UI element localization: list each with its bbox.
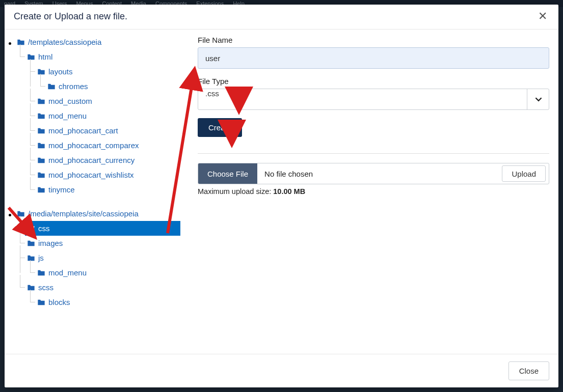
folder-icon <box>27 53 35 61</box>
tree-label: /media/templates/site/cassiopeia <box>28 209 139 218</box>
filetype-label: File Type <box>198 77 549 86</box>
tree-label: mod_menu <box>48 268 87 277</box>
create-button[interactable]: Create <box>198 118 242 137</box>
max-upload-text: Maximum upload size: 10.00 MB <box>198 187 549 195</box>
filetype-select[interactable]: .css <box>198 89 549 110</box>
folder-tree: /templates/cassiopeia html <box>17 35 180 310</box>
folder-icon <box>27 240 35 247</box>
tree-label: /templates/cassiopeia <box>28 38 101 46</box>
tree-item-mod-phocacart-wishlistx[interactable]: mod_phocacart_wishlistx <box>37 167 180 182</box>
tree-item-blocks[interactable]: blocks <box>37 295 180 310</box>
tree-label: js <box>38 254 44 262</box>
tree-label: html <box>38 52 52 61</box>
tree-item-js-mod-menu[interactable]: mod_menu <box>37 265 180 280</box>
tree-item-mod-phocacart-cart[interactable]: mod_phocacart_cart <box>37 123 180 138</box>
folder-icon <box>17 39 25 46</box>
filename-label: File Name <box>198 36 549 44</box>
modal-title: Create or Upload a new file. <box>14 11 127 22</box>
folder-icon <box>37 299 45 306</box>
tree-label: images <box>38 239 63 247</box>
folder-icon <box>17 210 25 217</box>
tree-label: blocks <box>48 298 70 306</box>
tree-label: layouts <box>48 67 73 76</box>
tree-item-mod-phocacart-comparex[interactable]: mod_phocacart_comparex <box>37 138 180 153</box>
tree-item-css[interactable]: css <box>25 221 180 236</box>
modal-footer: Close <box>5 354 558 387</box>
tree-label: chromes <box>59 82 88 91</box>
folder-icon <box>37 127 45 134</box>
tree-item-scss[interactable]: scss <box>27 280 180 295</box>
folder-icon <box>37 113 45 120</box>
tree-label: scss <box>38 283 53 292</box>
create-form-pane: File Name File Type .css Create Choose F… <box>180 30 558 354</box>
folder-icon <box>37 157 45 164</box>
upload-button[interactable]: Upload <box>502 165 546 182</box>
section-divider <box>198 153 549 154</box>
upload-row: Choose File No file chosen Upload <box>198 163 549 184</box>
folder-icon <box>37 172 45 179</box>
folder-icon <box>27 284 35 291</box>
tree-item-chromes[interactable]: chromes <box>47 79 180 94</box>
folder-open-icon <box>27 225 35 232</box>
tree-item-mod-menu[interactable]: mod_menu <box>37 108 180 123</box>
tree-item-templates-cassiopeia[interactable]: /templates/cassiopeia <box>17 35 180 49</box>
folder-icon <box>37 98 45 105</box>
tree-item-images[interactable]: images <box>27 236 180 250</box>
tree-item-media-templates-site-cassiopeia[interactable]: /media/templates/site/cassiopeia <box>17 206 180 221</box>
tree-label: mod_phocacart_comparex <box>48 141 139 150</box>
tree-item-tinymce[interactable]: tinymce <box>37 182 180 197</box>
modal-body: /templates/cassiopeia html <box>5 30 558 354</box>
choose-file-button[interactable]: Choose File <box>198 163 257 184</box>
tree-item-layouts[interactable]: layouts <box>37 64 180 79</box>
tree-item-mod-custom[interactable]: mod_custom <box>37 94 180 108</box>
folder-icon <box>37 68 45 75</box>
tree-label: mod_menu <box>48 111 87 120</box>
tree-item-js[interactable]: js <box>27 250 180 265</box>
close-icon[interactable]: ✕ <box>536 10 549 23</box>
tree-label: mod_phocacart_wishlistx <box>48 171 134 179</box>
folder-icon <box>37 142 45 149</box>
folder-icon <box>37 186 45 193</box>
tree-item-mod-phocacart-currency[interactable]: mod_phocacart_currency <box>37 153 180 167</box>
modal-header: Create or Upload a new file. ✕ <box>5 5 558 30</box>
folder-tree-pane[interactable]: /templates/cassiopeia html <box>5 30 180 354</box>
create-upload-modal: Create or Upload a new file. ✕ /template… <box>5 5 558 387</box>
folder-icon <box>47 83 56 90</box>
filename-input[interactable] <box>198 47 549 69</box>
folder-icon <box>27 255 35 262</box>
tree-label: css <box>38 224 50 233</box>
tree-label: mod_phocacart_currency <box>48 156 135 164</box>
tree-label: mod_phocacart_cart <box>48 126 118 135</box>
tree-label: tinymce <box>48 185 75 194</box>
close-button[interactable]: Close <box>508 361 549 380</box>
tree-item-html[interactable]: html <box>27 49 180 64</box>
tree-label: mod_custom <box>48 97 92 105</box>
folder-icon <box>37 269 45 276</box>
file-chosen-status: No file chosen <box>257 163 502 184</box>
